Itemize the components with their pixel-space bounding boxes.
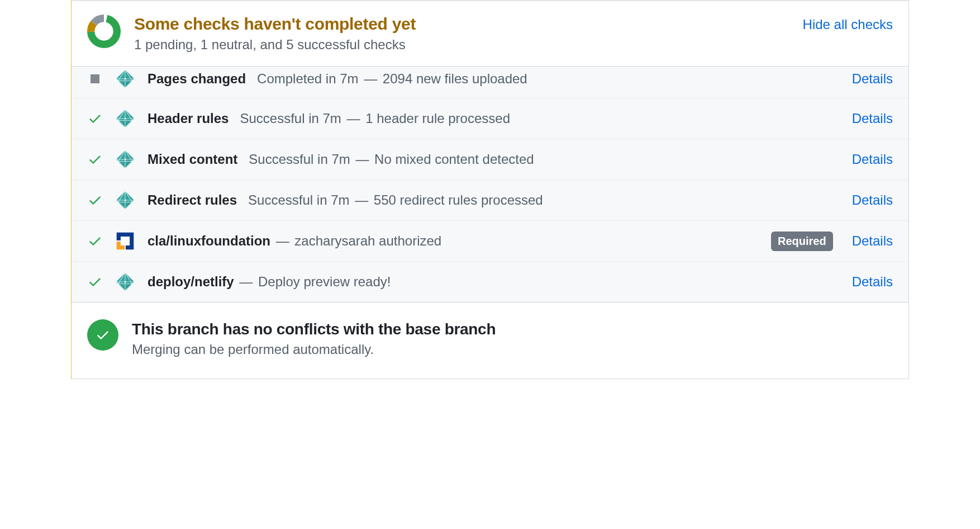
check-name: Header rules — [148, 111, 229, 126]
details-link[interactable]: Details — [852, 71, 893, 87]
svg-point-53 — [124, 158, 126, 160]
success-circle-icon — [87, 319, 118, 351]
required-badge: Required — [771, 232, 833, 251]
check-row: cla/linuxfoundation — zacharysarah autho… — [72, 221, 908, 262]
check-name: Mixed content — [148, 152, 237, 167]
svg-point-32 — [134, 117, 135, 119]
check-summary: Deploy preview ready! — [258, 274, 391, 289]
netlify-app-icon — [115, 69, 135, 89]
check-summary: 1 header rule processed — [365, 111, 510, 126]
svg-point-85 — [124, 290, 126, 292]
check-row: deploy/netlify — Deploy preview ready!De… — [72, 262, 908, 302]
success-check-icon — [87, 111, 103, 126]
merge-status-section: This branch has no conflicts with the ba… — [72, 302, 908, 379]
svg-point-86 — [117, 283, 119, 285]
check-row: Header rules Successful in 7m — 1 header… — [72, 98, 908, 139]
svg-point-17 — [117, 80, 119, 82]
svg-point-67 — [124, 209, 126, 210]
svg-point-50 — [124, 168, 126, 169]
svg-point-18 — [131, 80, 133, 82]
netlify-app-icon — [115, 272, 135, 292]
merge-status-panel: Some checks haven't completed yet 1 pend… — [71, 0, 909, 379]
svg-point-14 — [115, 78, 117, 79]
check-name: Redirect rules — [148, 192, 237, 207]
svg-point-13 — [124, 69, 126, 70]
netlify-app-icon — [115, 190, 135, 210]
svg-point-51 — [117, 160, 119, 162]
success-check-icon — [87, 274, 103, 290]
details-link[interactable]: Details — [852, 111, 893, 126]
check-timing: Successful in 7m — [248, 192, 349, 207]
check-text: Header rules Successful in 7m — 1 header… — [148, 111, 840, 126]
check-row: Pages changed Completed in 7m — 2094 new… — [72, 66, 908, 98]
svg-point-69 — [131, 201, 133, 203]
check-summary: 550 redirect rules processed — [374, 192, 543, 207]
check-row: Mixed content Successful in 7m — No mixe… — [72, 139, 908, 180]
details-link[interactable]: Details — [852, 192, 893, 208]
svg-point-30 — [124, 108, 126, 110]
check-summary: No mixed content detected — [374, 152, 534, 167]
success-check-icon — [87, 152, 103, 167]
svg-point-35 — [131, 120, 133, 121]
check-text: Pages changed Completed in 7m — 2094 new… — [148, 71, 840, 87]
success-check-icon — [87, 192, 103, 208]
check-timing: Successful in 7m — [240, 111, 341, 126]
check-timing: Successful in 7m — [249, 152, 350, 167]
details-link[interactable]: Details — [852, 233, 893, 249]
netlify-app-icon — [115, 149, 135, 169]
check-row: Redirect rules Successful in 7m — 550 re… — [72, 180, 908, 221]
check-text: Mixed content Successful in 7m — No mixe… — [148, 152, 840, 167]
toggle-checks-link[interactable]: Hide all checks — [803, 17, 893, 32]
svg-point-82 — [124, 272, 126, 273]
svg-point-31 — [115, 117, 117, 119]
svg-point-52 — [131, 160, 133, 162]
check-name: cla/linuxfoundation — [148, 233, 270, 248]
svg-point-36 — [124, 117, 126, 119]
svg-point-47 — [124, 149, 126, 151]
svg-point-83 — [115, 281, 117, 282]
svg-point-16 — [124, 87, 126, 89]
svg-point-70 — [124, 199, 126, 201]
details-link[interactable]: Details — [852, 274, 893, 290]
merge-status-title: This branch has no conflicts with the ba… — [132, 320, 496, 338]
svg-point-19 — [124, 78, 126, 79]
check-text: cla/linuxfoundation — zacharysarah autho… — [148, 233, 759, 249]
svg-point-87 — [131, 283, 133, 285]
svg-point-64 — [124, 190, 126, 192]
check-timing: Completed in 7m — [257, 71, 358, 86]
success-check-icon — [87, 233, 103, 249]
svg-point-88 — [124, 281, 126, 282]
details-link[interactable]: Details — [852, 152, 893, 167]
neutral-status-icon — [87, 71, 103, 87]
svg-point-65 — [115, 199, 117, 201]
check-summary: 2094 new files uploaded — [383, 71, 527, 86]
linux-foundation-app-icon — [115, 231, 135, 251]
checks-status-title: Some checks haven't completed yet — [134, 15, 789, 34]
svg-point-33 — [124, 127, 126, 129]
checks-header: Some checks haven't completed yet 1 pend… — [72, 0, 908, 66]
checks-status-subtitle: 1 pending, 1 neutral, and 5 successful c… — [134, 37, 789, 53]
svg-point-49 — [134, 158, 135, 160]
svg-point-48 — [115, 158, 117, 160]
merge-status-subtitle: Merging can be performed automatically. — [132, 342, 496, 357]
check-text: deploy/netlify — Deploy preview ready! — [148, 274, 840, 290]
svg-point-68 — [117, 201, 119, 203]
check-summary: zacharysarah authorized — [294, 233, 441, 248]
svg-point-15 — [134, 78, 135, 79]
check-text: Redirect rules Successful in 7m — 550 re… — [148, 192, 840, 208]
svg-point-34 — [117, 120, 119, 121]
status-donut-icon — [87, 15, 121, 48]
checks-list: Pages changed Completed in 7m — 2094 new… — [72, 66, 908, 302]
check-name: Pages changed — [148, 71, 246, 86]
svg-point-84 — [134, 281, 135, 282]
check-name: deploy/netlify — [148, 274, 234, 289]
svg-point-66 — [134, 199, 135, 201]
netlify-app-icon — [115, 108, 135, 129]
